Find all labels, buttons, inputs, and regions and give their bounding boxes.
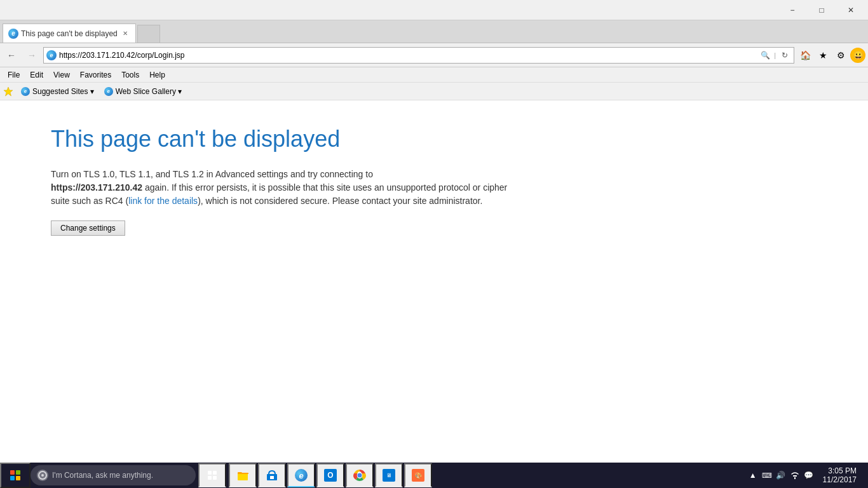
close-button[interactable]: ✕	[836, 0, 865, 20]
toolbar-icons: 🏠 ★ ⚙ 😀	[797, 47, 865, 64]
address-input[interactable]	[59, 51, 756, 60]
outlook-taskbar-button[interactable]: O	[316, 463, 344, 487]
menu-tools[interactable]: Tools	[116, 69, 144, 81]
error-link[interactable]: link for the details	[128, 196, 198, 206]
suggested-sites-label: Suggested Sites ▾	[32, 87, 94, 96]
svg-rect-3	[208, 471, 212, 475]
tab-favicon: e	[8, 29, 18, 39]
keyboard-icon[interactable]: ⌨	[761, 463, 773, 488]
task-view-button[interactable]	[198, 463, 226, 487]
cortana-search-box[interactable]: I'm Cortana, ask me anything.	[31, 465, 196, 485]
error-body: Turn on TLS 1.0, TLS 1.1, and TLS 1.2 in…	[51, 168, 508, 236]
svg-rect-6	[213, 476, 217, 480]
suggested-sites-button[interactable]: e Suggested Sites ▾	[17, 85, 98, 98]
svg-rect-13	[793, 475, 797, 477]
paint-taskbar-button[interactable]: 🎨	[404, 463, 432, 487]
task-view-icon	[207, 470, 217, 480]
address-ie-icon: e	[46, 50, 57, 60]
active-tab[interactable]: e This page can't be displayed ✕	[3, 24, 136, 43]
remote-desktop-taskbar-icon: 🖥	[383, 469, 395, 482]
cortana-circle-icon	[38, 471, 47, 480]
web-slice-gallery-label: Web Slice Gallery ▾	[116, 87, 182, 96]
star-icon	[3, 86, 13, 97]
store-button[interactable]	[258, 463, 286, 487]
store-icon	[266, 469, 278, 482]
feedback-button[interactable]: 😀	[850, 48, 865, 63]
favorites-star-button[interactable]: ★	[815, 47, 831, 64]
svg-marker-0	[4, 87, 13, 96]
web-slice-gallery-button[interactable]: e Web Slice Gallery ▾	[100, 85, 186, 98]
windows-logo-icon	[10, 470, 20, 480]
ie-taskbar-icon: e	[295, 469, 308, 482]
svg-rect-9	[270, 476, 274, 479]
svg-point-11	[358, 473, 362, 478]
refresh-button[interactable]: ↻	[778, 49, 791, 62]
paint-taskbar-icon: 🎨	[412, 469, 424, 482]
forward-button[interactable]: →	[23, 46, 41, 64]
error-title: This page can't be displayed	[51, 126, 817, 152]
file-explorer-button[interactable]	[229, 463, 257, 487]
menu-view[interactable]: View	[48, 69, 75, 81]
change-settings-button[interactable]: Change settings	[51, 220, 125, 236]
start-button[interactable]	[0, 463, 31, 488]
content-area: This page can't be displayed Turn on TLS…	[0, 100, 868, 463]
favorites-bar: e Suggested Sites ▾ e Web Slice Gallery …	[0, 83, 868, 100]
address-divider: |	[774, 51, 776, 59]
system-tray: ▲ ⌨ 🔊 💬	[744, 463, 818, 488]
tab-label: This page can't be displayed	[21, 29, 118, 38]
empty-tab	[137, 25, 160, 43]
svg-rect-4	[213, 471, 217, 475]
clock-date: 11/2/2017	[823, 475, 857, 484]
back-button[interactable]: ←	[3, 46, 20, 64]
minimize-button[interactable]: −	[778, 0, 807, 20]
taskbar: I'm Cortana, ask me anything.	[0, 463, 868, 488]
action-center-icon[interactable]: 💬	[803, 463, 815, 488]
svg-rect-12	[794, 477, 796, 479]
error-body-line3: ), which is not considered secure. Pleas…	[198, 196, 482, 206]
error-bold-url: https://203.171.210.42	[51, 182, 142, 193]
remote-desktop-taskbar-button[interactable]: 🖥	[375, 463, 403, 487]
svg-rect-5	[208, 476, 212, 480]
error-description: Turn on TLS 1.0, TLS 1.1, and TLS 1.2 in…	[51, 168, 508, 208]
menu-help[interactable]: Help	[144, 69, 170, 81]
chrome-taskbar-button[interactable]	[346, 463, 374, 487]
clock-time: 3:05 PM	[828, 466, 857, 475]
address-box[interactable]: e 🔍 | ↻	[43, 47, 794, 64]
show-desktop-button[interactable]	[862, 463, 868, 488]
cortana-search-label: I'm Cortana, ask me anything.	[52, 471, 153, 480]
outlook-taskbar-icon: O	[324, 469, 337, 482]
show-hidden-icons-button[interactable]: ▲	[747, 463, 759, 488]
taskbar-clock[interactable]: 3:05 PM 11/2/2017	[818, 463, 862, 488]
favorites-bar-icon	[3, 86, 14, 97]
menu-favorites[interactable]: Favorites	[75, 69, 116, 81]
web-slice-gallery-icon: e	[104, 87, 113, 96]
cortana-icon	[37, 470, 48, 481]
network-icon[interactable]	[789, 463, 801, 488]
maximize-button[interactable]: □	[807, 0, 836, 20]
menu-bar: File Edit View Favorites Tools Help	[0, 67, 868, 83]
ie-taskbar-button[interactable]: e	[287, 463, 315, 487]
address-bar-row: ← → e 🔍 | ↻ 🏠 ★ ⚙ 😀	[0, 43, 868, 67]
tab-close-button[interactable]: ✕	[120, 29, 130, 39]
error-body-line1: Turn on TLS 1.0, TLS 1.1, and TLS 1.2 in…	[51, 169, 373, 179]
taskbar-apps: e O 🖥	[229, 463, 432, 487]
home-button[interactable]: 🏠	[797, 47, 813, 64]
settings-button[interactable]: ⚙	[832, 47, 849, 64]
tab-bar: e This page can't be displayed ✕	[0, 20, 868, 43]
svg-point-2	[41, 474, 44, 477]
address-search-button[interactable]: 🔍	[759, 49, 771, 62]
menu-edit[interactable]: Edit	[25, 69, 48, 81]
suggested-sites-icon: e	[21, 87, 30, 96]
title-bar: − □ ✕	[0, 0, 868, 20]
title-bar-controls: − □ ✕	[778, 0, 865, 20]
file-explorer-icon	[236, 469, 249, 482]
menu-file[interactable]: File	[3, 69, 25, 81]
chrome-taskbar-icon	[353, 469, 366, 482]
volume-icon[interactable]: 🔊	[775, 463, 787, 488]
